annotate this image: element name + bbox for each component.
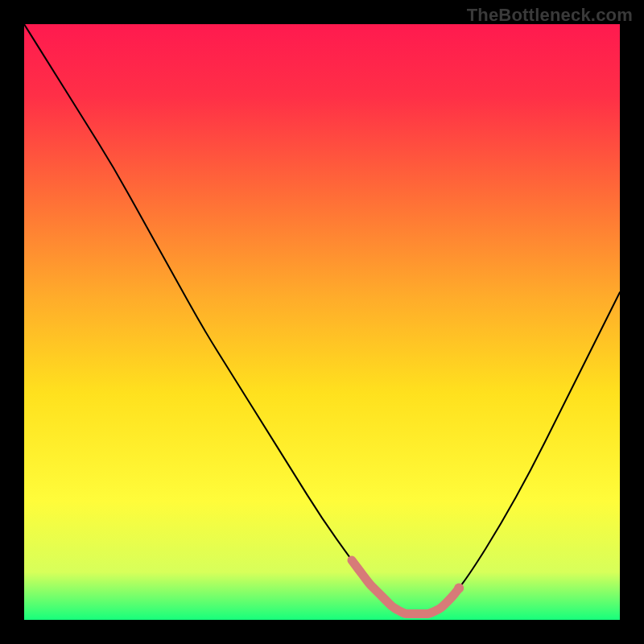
outer-frame: TheBottleneck.com [0, 0, 644, 644]
watermark-text: TheBottleneck.com [467, 5, 633, 26]
highlight-end-dot [454, 584, 464, 593]
bottleneck-chart [24, 24, 620, 620]
plot-background [24, 24, 620, 620]
